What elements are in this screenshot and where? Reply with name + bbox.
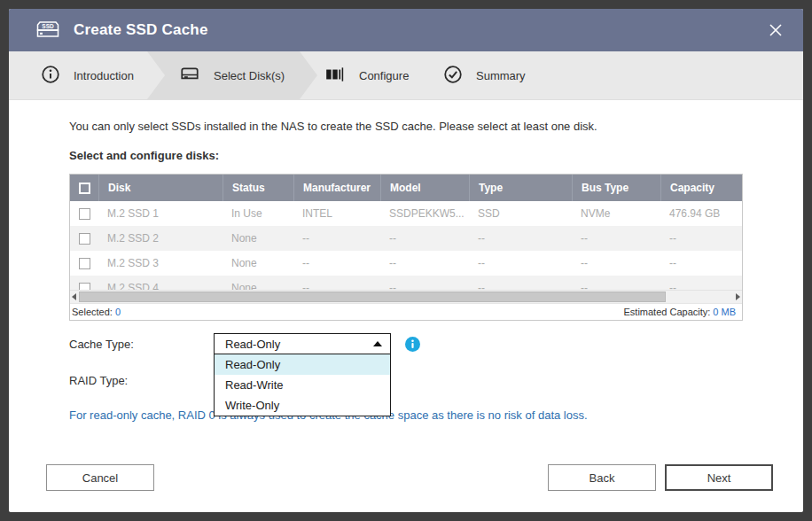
- estimated-capacity-value: 0 MB: [713, 307, 736, 317]
- cell-manufacturer: --: [293, 282, 380, 290]
- raid-type-label: RAID Type:: [69, 374, 214, 387]
- cell-manufacturer: --: [293, 232, 380, 245]
- cancel-button[interactable]: Cancel: [46, 464, 154, 491]
- cell-status: None: [223, 232, 293, 245]
- cell-model: --: [380, 232, 469, 245]
- step-introduction[interactable]: Introduction: [41, 51, 134, 99]
- cell-disk: M.2 SSD 2: [98, 232, 223, 245]
- disk-icon: [179, 65, 200, 87]
- cell-capacity: --: [660, 257, 742, 269]
- cell-type: --: [469, 257, 572, 269]
- cache-type-label: Cache Type:: [69, 338, 214, 351]
- table-footer: Selected: 0 Estimated Capacity: 0 MB: [70, 303, 742, 320]
- info-icon[interactable]: [405, 337, 420, 352]
- table-header-row: Disk Status Manufacturer Model Type Bus …: [70, 175, 742, 201]
- create-ssd-cache-dialog: SSD Create SSD Cache Introduction: [9, 9, 803, 512]
- cache-type-option-list: Read-Only Read-Write Write-Only: [214, 354, 391, 416]
- step-configure[interactable]: Configure: [324, 51, 409, 99]
- info-circle-icon: [41, 65, 60, 87]
- cache-type-row: Cache Type: Read-Only: [69, 333, 752, 354]
- row-checkbox[interactable]: [79, 208, 90, 220]
- column-header-bus-type: Bus Type: [572, 175, 660, 201]
- cell-disk: M.2 SSD 4: [98, 282, 223, 290]
- selected-count: 0: [115, 307, 121, 317]
- cell-status: None: [223, 282, 293, 290]
- section-label: Select and configure disks:: [69, 149, 752, 162]
- cell-disk: M.2 SSD 1: [98, 207, 223, 220]
- option-write-only[interactable]: Write-Only: [215, 395, 390, 416]
- step-label: Introduction: [74, 69, 134, 82]
- row-checkbox[interactable]: [79, 233, 90, 245]
- horizontal-scrollbar[interactable]: [70, 290, 742, 303]
- back-button[interactable]: Back: [548, 464, 656, 491]
- step-label: Configure: [359, 69, 409, 82]
- svg-text:SSD: SSD: [42, 23, 54, 29]
- cell-model: --: [380, 257, 469, 269]
- column-header-manufacturer: Manufacturer: [293, 175, 380, 201]
- scroll-left-icon[interactable]: [72, 293, 76, 300]
- dialog-content: You can only select SSDs installed in th…: [9, 100, 803, 422]
- select-all-checkbox[interactable]: [79, 183, 90, 194]
- cell-capacity: 476.94 GB: [660, 207, 742, 220]
- cell-type: SSD: [469, 207, 572, 220]
- dialog-title: Create SSD Cache: [74, 21, 208, 39]
- select-all-cell: [70, 175, 98, 201]
- chevron-up-icon: [373, 341, 382, 346]
- column-header-type: Type: [469, 175, 572, 201]
- table-body: M.2 SSD 1 In Use INTEL SSDPEKKW5... SSD …: [70, 201, 742, 290]
- cell-type: --: [469, 232, 572, 245]
- cell-bus-type: --: [572, 232, 660, 245]
- cell-manufacturer: INTEL: [293, 207, 380, 220]
- cell-disk: M.2 SSD 3: [98, 257, 223, 269]
- cell-bus-type: --: [572, 282, 660, 290]
- cell-bus-type: --: [572, 257, 660, 269]
- table-row[interactable]: M.2 SSD 2 None -- -- -- -- --: [70, 226, 742, 251]
- cell-capacity: --: [660, 232, 742, 245]
- intro-text: You can only select SSDs installed in th…: [69, 120, 752, 133]
- next-button[interactable]: Next: [665, 464, 773, 491]
- table-row[interactable]: M.2 SSD 1 In Use INTEL SSDPEKKW5... SSD …: [70, 201, 742, 226]
- row-checkbox[interactable]: [79, 258, 90, 269]
- selected-label: Selected:: [72, 307, 113, 317]
- column-header-model: Model: [380, 175, 469, 201]
- column-header-capacity: Capacity: [660, 175, 742, 201]
- raid-note: For read-only cache, RAID 0 is always us…: [69, 408, 752, 422]
- close-icon[interactable]: [766, 20, 785, 40]
- option-read-write[interactable]: Read-Write: [215, 375, 390, 395]
- row-checkbox[interactable]: [79, 283, 90, 291]
- cell-model: SSDPEKKW5...: [380, 207, 469, 220]
- table-row[interactable]: M.2 SSD 3 None -- -- -- -- --: [70, 251, 742, 276]
- cache-settings-form: Cache Type: Read-Only RAID Type: For rea…: [69, 333, 752, 422]
- cell-capacity: --: [660, 282, 742, 290]
- titlebar: SSD Create SSD Cache: [9, 9, 803, 51]
- scroll-right-icon[interactable]: [736, 293, 740, 300]
- disk-table: Disk Status Manufacturer Model Type Bus …: [69, 174, 743, 321]
- step-label: Summary: [476, 69, 526, 82]
- ssd-drive-icon: SSD: [34, 19, 62, 41]
- table-row[interactable]: M.2 SSD 4 None -- -- -- -- --: [70, 276, 742, 290]
- cell-bus-type: NVMe: [572, 207, 660, 220]
- step-label: Select Disk(s): [214, 69, 285, 82]
- column-header-status: Status: [223, 175, 293, 201]
- check-circle-icon: [443, 65, 463, 87]
- raid-type-row: RAID Type:: [69, 369, 752, 391]
- cell-model: --: [380, 282, 469, 290]
- step-select-disks[interactable]: Select Disk(s): [147, 51, 317, 99]
- configure-icon: [324, 65, 346, 87]
- scrollbar-thumb[interactable]: [79, 292, 666, 302]
- cache-type-value: Read-Only: [225, 338, 280, 351]
- wizard-stepbar: Introduction Select Disk(s): [9, 51, 803, 100]
- cell-status: In Use: [223, 207, 293, 220]
- option-read-only[interactable]: Read-Only: [215, 354, 390, 375]
- cell-type: --: [469, 282, 572, 290]
- step-summary[interactable]: Summary: [443, 51, 526, 99]
- cell-manufacturer: --: [293, 257, 380, 269]
- estimated-capacity-label: Estimated Capacity:: [623, 307, 710, 317]
- column-header-disk: Disk: [98, 175, 223, 201]
- cache-type-select[interactable]: Read-Only: [214, 333, 391, 354]
- cell-status: None: [223, 257, 293, 269]
